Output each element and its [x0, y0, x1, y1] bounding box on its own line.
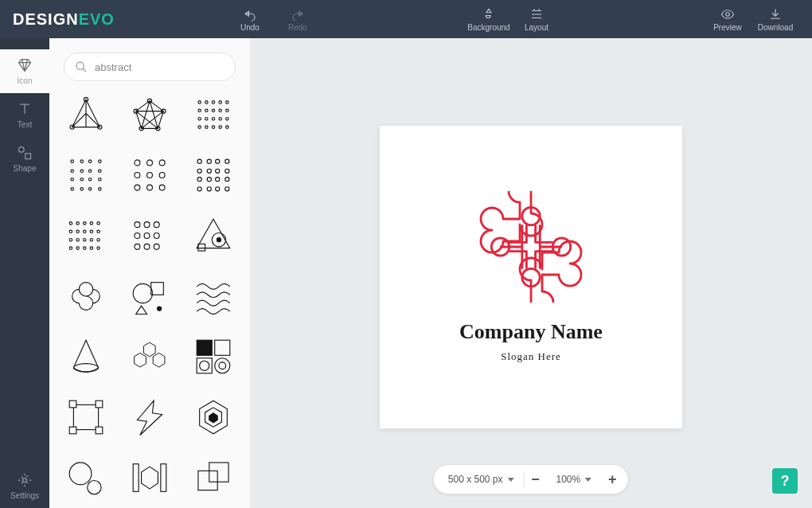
gear-icon [17, 472, 33, 488]
svg-point-30 [212, 126, 214, 128]
svg-point-83 [97, 230, 100, 233]
nav-shape-tab[interactable]: Shape [0, 137, 49, 181]
preview-button[interactable]: Preview [704, 7, 751, 32]
svg-point-32 [226, 126, 228, 128]
undo-button[interactable]: Undo [226, 7, 274, 32]
canvas-size-dropdown[interactable]: 500 x 500 px [439, 465, 524, 494]
svg-point-96 [154, 222, 159, 228]
icon-star-node[interactable] [127, 92, 172, 137]
icon-waves[interactable] [191, 274, 236, 318]
search-wrap [64, 53, 236, 81]
svg-point-114 [215, 358, 230, 373]
icon-crop-frame[interactable] [64, 395, 108, 440]
icon-two-circles[interactable] [64, 455, 108, 500]
svg-point-88 [97, 238, 100, 240]
slogan-text[interactable]: Slogan Here [501, 350, 561, 363]
zoom-out-button[interactable]: − [525, 471, 547, 488]
icon-hex-nest[interactable] [191, 395, 236, 440]
svg-rect-123 [133, 464, 139, 492]
search-input[interactable] [64, 53, 236, 81]
nav-text-tab[interactable]: Text [0, 93, 49, 137]
icon-lightning[interactable] [127, 395, 172, 440]
redo-button[interactable]: Redo [274, 7, 322, 32]
svg-rect-118 [96, 401, 103, 408]
svg-point-94 [135, 222, 140, 228]
canvas-area[interactable]: Company Name Slogan Here 500 x 500 px − … [250, 38, 812, 508]
help-button[interactable]: ? [772, 468, 798, 494]
icon-dot-grid-b[interactable] [64, 153, 108, 197]
brand-logo: DESIGNEVO [13, 10, 115, 29]
icon-circles-rows[interactable] [127, 213, 172, 258]
svg-point-122 [88, 480, 101, 494]
nav-icon-tab[interactable]: Icon [0, 49, 49, 93]
svg-point-90 [76, 247, 79, 249]
svg-point-29 [205, 126, 208, 128]
svg-point-95 [144, 222, 150, 228]
svg-point-58 [197, 159, 201, 163]
zoom-level-label: 100% [556, 474, 581, 485]
nav-settings-tab[interactable]: Settings [0, 464, 49, 508]
icon-cone[interactable] [64, 334, 108, 379]
icon-cube-stack[interactable] [127, 334, 172, 379]
logo-canvas[interactable]: Company Name Slogan Here [380, 126, 682, 428]
svg-point-68 [216, 178, 220, 182]
zoom-level-dropdown[interactable]: 100% [547, 465, 602, 494]
svg-point-56 [147, 185, 153, 190]
preview-label: Preview [713, 23, 742, 32]
svg-point-87 [90, 238, 92, 240]
search-icon [75, 61, 88, 73]
icon-grid [64, 92, 236, 508]
icon-overlap-squares[interactable] [191, 455, 236, 500]
redo-icon [291, 7, 305, 21]
svg-point-33 [71, 160, 73, 162]
svg-point-35 [88, 160, 91, 162]
svg-point-37 [71, 170, 73, 172]
svg-point-101 [144, 244, 150, 249]
background-button[interactable]: Background [465, 7, 513, 32]
svg-point-84 [69, 238, 72, 240]
nav-shape-label: Shape [14, 164, 37, 173]
svg-point-99 [154, 233, 159, 239]
svg-point-36 [99, 160, 101, 162]
svg-point-19 [205, 109, 208, 111]
icon-knot[interactable] [64, 274, 108, 318]
icon-circle-grid-b[interactable] [191, 153, 236, 197]
svg-rect-119 [69, 427, 76, 434]
svg-point-26 [219, 117, 221, 119]
icon-triangle-network[interactable] [64, 92, 108, 137]
svg-point-73 [225, 187, 229, 191]
svg-rect-110 [197, 340, 212, 355]
svg-point-91 [84, 247, 86, 249]
svg-point-23 [198, 117, 201, 119]
icon-dot-rows[interactable] [64, 213, 108, 258]
svg-point-57 [159, 185, 165, 190]
svg-point-89 [69, 247, 72, 249]
svg-point-65 [225, 169, 229, 173]
svg-point-17 [226, 101, 228, 104]
diamond-icon [17, 57, 33, 73]
svg-point-28 [198, 126, 201, 128]
icon-dot-grid[interactable] [191, 92, 236, 137]
svg-rect-117 [69, 401, 76, 408]
download-button[interactable]: Download [751, 7, 799, 32]
icon-quad-target[interactable] [191, 334, 236, 379]
icon-triangle-eye[interactable] [191, 213, 236, 258]
svg-point-43 [88, 178, 91, 180]
svg-point-80 [76, 230, 79, 233]
svg-rect-112 [197, 358, 212, 373]
zoom-in-button[interactable]: + [601, 471, 623, 488]
zoom-toolbar: 500 x 500 px − 100% + [434, 465, 628, 494]
layout-button[interactable]: Layout [513, 7, 560, 32]
svg-point-76 [84, 222, 86, 225]
layout-label: Layout [525, 23, 548, 32]
icon-circle-grid[interactable] [127, 153, 172, 197]
icon-hex-bars[interactable] [127, 455, 172, 500]
svg-point-22 [226, 109, 228, 111]
nav-text-label: Text [18, 120, 32, 129]
background-icon [482, 7, 496, 21]
icon-shapes-combo[interactable] [127, 274, 172, 318]
brand-right: EVO [79, 10, 115, 28]
logo-mark-icon[interactable] [475, 191, 587, 303]
svg-point-97 [135, 233, 140, 239]
company-name-text[interactable]: Company Name [459, 320, 603, 344]
